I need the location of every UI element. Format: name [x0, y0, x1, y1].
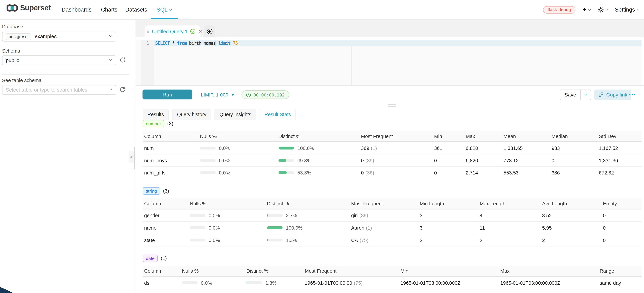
distinct-bar-fill: [246, 281, 247, 284]
column-header: Empty: [601, 198, 642, 209]
sun-theme-icon: [598, 6, 604, 13]
table-header-row: ColumnNulls %Distinct %Most FrequentMin …: [142, 198, 642, 210]
distinct-pct: 53.3%: [298, 170, 311, 176]
results-tab-bar: Results Query history Query Insights Res…: [142, 109, 296, 120]
type-tag-string: string: [142, 187, 160, 195]
run-query-button[interactable]: Run: [142, 90, 192, 99]
result-stats-sections: number (3) ColumnNulls %Distinct %Most F…: [142, 120, 642, 293]
nulls-pct: 0.0%: [219, 158, 230, 163]
distinct-bar-fill: [278, 147, 294, 150]
table-row: gender0.0%2.7%girl(39)343.520: [142, 210, 642, 222]
table-row: num0.0%100.0%369(1)3616,8201,331.659331,…: [142, 142, 642, 154]
distinct-bar: [278, 147, 294, 150]
query-timer-badge: 00:00:00.192: [242, 90, 289, 99]
nav-item-charts[interactable]: Charts: [101, 0, 117, 19]
stats-table: ColumnNulls %Distinct %Most FrequentMin …: [142, 198, 642, 246]
number-columns-section: number (3) ColumnNulls %Distinct %Most F…: [142, 120, 642, 179]
column-header: Most Frequent: [359, 131, 432, 142]
column-header: Min: [432, 131, 464, 142]
column-header: Column: [142, 198, 188, 209]
nulls-bar: [200, 159, 216, 162]
collapse-sidebar-button[interactable]: <: [128, 151, 134, 162]
scrollbar-thumb[interactable]: [134, 147, 135, 169]
refresh-tables-icon[interactable]: [120, 87, 126, 93]
distinct-pct: 49.3%: [298, 158, 311, 163]
database-select[interactable]: postgresql examples: [2, 32, 116, 42]
chevron-down-icon: [109, 88, 112, 90]
check-circle-icon: [190, 29, 195, 34]
tab-results[interactable]: Results: [142, 109, 169, 120]
stat-value-cell: 2: [478, 237, 540, 243]
line-number: 1: [141, 40, 154, 46]
nav-item-dashboards[interactable]: Dashboards: [62, 0, 92, 19]
schema-select[interactable]: public: [2, 56, 116, 65]
limit-dropdown[interactable]: LIMIT: 1 000: [201, 86, 234, 104]
most-frequent-count: (1): [366, 225, 372, 230]
distinct-bar-fill: [278, 159, 286, 162]
tab-query-history[interactable]: Query history: [172, 109, 211, 120]
query-tab[interactable]: Untitled Query 1 ✕: [145, 26, 200, 37]
close-tab-icon[interactable]: ✕: [199, 29, 202, 34]
column-header: Most Frequent: [350, 198, 418, 209]
tab-query-insights[interactable]: Query Insights: [214, 109, 256, 120]
sql-lab-sidebar: Database postgresql examples Schema publ…: [0, 20, 135, 293]
nav-item-sql[interactable]: SQL: [156, 0, 172, 19]
superset-logo[interactable]: Superset: [6, 4, 51, 12]
most-frequent-value: 0: [361, 170, 364, 176]
distinct-bar-fill: [267, 214, 268, 217]
settings-menu[interactable]: Settings: [615, 6, 639, 13]
column-name: state: [142, 237, 188, 243]
most-frequent-value: CA: [351, 237, 358, 243]
most-frequent-count: (75): [354, 280, 363, 286]
stats-table: ColumnNulls %Distinct %Most FrequentMinM…: [142, 131, 642, 179]
save-options-button[interactable]: [580, 90, 590, 100]
nulls-bar: [182, 281, 198, 284]
pane-resize-handle[interactable]: [388, 104, 396, 108]
clock-icon: [246, 92, 251, 97]
stat-value-cell: 11: [478, 225, 540, 230]
stat-value-cell: 0: [601, 237, 642, 243]
most-frequent-count: (36): [366, 170, 374, 176]
copy-link-button[interactable]: Copy link: [594, 89, 632, 100]
timer-value: 00:00:00.192: [253, 92, 284, 97]
most-frequent-cell: 369(1): [359, 145, 432, 151]
database-label: Database: [2, 24, 23, 30]
nulls-bar: [200, 171, 216, 174]
table-select[interactable]: Select table or type to search tables: [2, 85, 116, 95]
distinct-bar: [246, 281, 262, 284]
nav-item-datasets[interactable]: Datasets: [125, 0, 147, 19]
navbar-right: flask-debug + Settings: [543, 0, 639, 19]
distinct-bar-fill: [278, 171, 287, 174]
chevron-down-icon: [109, 34, 112, 37]
save-button-group: Save: [560, 89, 591, 100]
chevron-down-icon: [109, 58, 112, 61]
nulls-pct: 0.0%: [219, 170, 230, 176]
nulls-bar: [200, 147, 216, 150]
most-frequent-cell: 0(36): [359, 170, 432, 176]
column-header: Avg Length: [540, 198, 601, 209]
brand-name: Superset: [20, 4, 51, 12]
sql-code-editor[interactable]: 1 SELECT * from birth_names limit 75;: [136, 37, 642, 85]
column-name: name: [142, 225, 188, 230]
new-item-menu[interactable]: +: [582, 6, 590, 13]
table-schema-label: See table schema: [2, 78, 42, 84]
tab-result-stats[interactable]: Result Stats: [260, 109, 296, 120]
editor-gutter: [141, 40, 154, 86]
more-options-button[interactable]: [629, 86, 635, 104]
refresh-schema-icon[interactable]: [120, 57, 126, 64]
save-button[interactable]: Save: [560, 90, 580, 100]
editor-background: [136, 40, 642, 86]
new-query-tab-button[interactable]: [204, 26, 215, 37]
theme-menu[interactable]: [598, 6, 608, 13]
column-name: num_girls: [142, 170, 198, 176]
most-frequent-count: (39): [366, 158, 374, 163]
type-tag-date: date: [142, 255, 158, 262]
table-row: name0.0%100.0%Aaron(1)3115.950: [142, 222, 642, 234]
stat-value-cell: same day: [598, 280, 642, 286]
distinct-bar-cell: 2.7%: [265, 212, 350, 218]
superset-infinity-logo-icon: [6, 4, 18, 12]
query-tab-title: Untitled Query 1: [152, 28, 188, 34]
table-body: gender0.0%2.7%girl(39)343.520name0.0%100…: [142, 210, 642, 246]
nulls-bar-cell: 0.0%: [188, 225, 265, 230]
column-name: ds: [142, 280, 180, 286]
